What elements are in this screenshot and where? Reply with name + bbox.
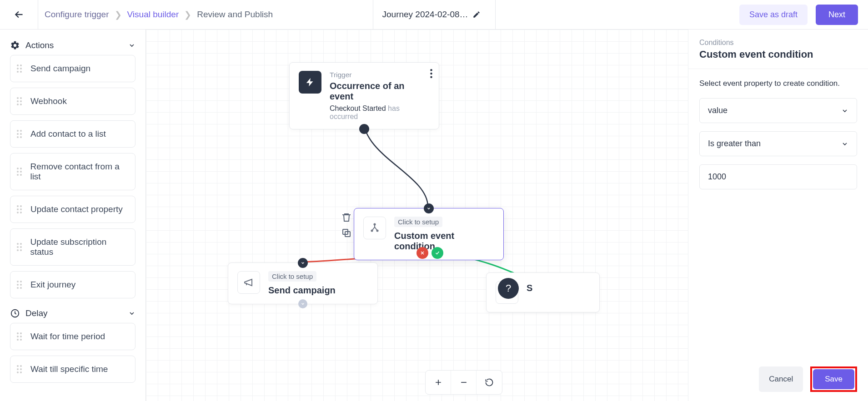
header-actions: Save as draft Next — [729, 5, 868, 25]
action-update-subscription-status[interactable]: Update subscription status — [10, 228, 135, 266]
journey-title-input[interactable] — [382, 10, 469, 20]
delay-label: Wait for time period — [30, 332, 105, 342]
action-send-campaign[interactable]: Send campaign — [10, 55, 135, 82]
drag-handle-icon — [17, 243, 24, 251]
drag-handle-icon — [17, 205, 24, 213]
pencil-icon[interactable] — [472, 10, 481, 19]
action-label: Send campaign — [30, 64, 90, 74]
chevron-right-icon: ❯ — [115, 10, 122, 20]
next-button[interactable]: Next — [816, 5, 858, 25]
canvas-zoom-controls — [425, 370, 502, 395]
branch-true-port[interactable] — [431, 247, 443, 259]
node-title: Occurrence of an event — [330, 81, 430, 102]
journey-title-editor[interactable] — [373, 0, 496, 30]
lightning-icon — [299, 71, 321, 94]
action-update-contact-property[interactable]: Update contact property — [10, 196, 135, 223]
node-setup-badge: Click to setup — [268, 271, 316, 282]
action-exit-journey[interactable]: Exit journey — [10, 271, 135, 298]
panel-title: Custom event condition — [699, 49, 857, 60]
node-title: Custom event condition — [394, 231, 494, 252]
node-eyebrow: Trigger — [330, 71, 430, 79]
zoom-in-button[interactable] — [426, 371, 451, 394]
action-label: Add contact to a list — [30, 129, 106, 139]
delay-label: Wait till specific time — [30, 364, 108, 374]
drag-handle-icon — [17, 130, 24, 138]
breadcrumb-step-visual-builder[interactable]: Visual builder — [127, 10, 179, 20]
node-output-port[interactable] — [359, 124, 369, 134]
svg-point-2 — [430, 73, 432, 74]
drag-handle-icon — [17, 97, 24, 105]
breadcrumb-step-review[interactable]: Review and Publish — [197, 10, 273, 20]
section-actions-label: Actions — [25, 40, 123, 50]
zoom-out-button[interactable] — [451, 371, 477, 394]
node-custom-event-condition[interactable]: Click to setup Custom event condition — [354, 208, 504, 260]
section-delay-header[interactable]: Delay — [10, 304, 135, 323]
drag-handle-icon — [17, 365, 24, 373]
save-button-highlight: Save — [810, 366, 857, 392]
app-header: Configure trigger ❯ Visual builder ❯ Rev… — [0, 0, 868, 30]
help-fab[interactable]: ? — [498, 278, 519, 299]
reset-view-button[interactable] — [477, 371, 502, 394]
back-button[interactable] — [0, 0, 38, 30]
breadcrumb-step-configure[interactable]: Configure trigger — [45, 10, 109, 20]
gear-icon — [10, 40, 20, 50]
chevron-down-icon — [128, 42, 135, 49]
node-send-campaign[interactable]: Click to setup Send campaign — [228, 262, 378, 304]
node-input-port[interactable] — [424, 203, 434, 213]
chevron-down-icon — [128, 310, 135, 317]
property-select-value: value — [708, 106, 728, 115]
drag-handle-icon — [17, 168, 24, 176]
action-label: Update subscription status — [30, 237, 129, 257]
actions-sidebar: Actions Send campaign Webhook Add contac… — [0, 30, 146, 401]
megaphone-icon — [237, 271, 260, 294]
node-input-port[interactable] — [298, 258, 308, 268]
action-remove-from-list[interactable]: Remove contact from a list — [10, 153, 135, 190]
svg-point-1 — [430, 69, 432, 71]
action-label: Webhook — [30, 96, 67, 106]
section-actions-header[interactable]: Actions — [10, 36, 135, 55]
delay-wait-specific-time[interactable]: Wait till specific time — [10, 356, 135, 383]
journey-canvas[interactable]: Trigger Occurrence of an event Checkout … — [146, 30, 688, 401]
branch-icon — [363, 217, 386, 239]
branch-false-port[interactable] — [416, 247, 428, 259]
question-icon: ? — [506, 282, 511, 294]
breadcrumb: Configure trigger ❯ Visual builder ❯ Rev… — [38, 10, 279, 20]
node-output-port[interactable] — [298, 299, 307, 308]
chevron-down-icon — [841, 107, 848, 114]
svg-point-3 — [430, 76, 432, 78]
operator-select-value: Is greater than — [708, 139, 761, 149]
action-label: Update contact property — [30, 204, 123, 214]
duplicate-node-button[interactable] — [341, 228, 352, 238]
node-setup-badge: Click to setup — [394, 217, 442, 227]
comparison-value-field[interactable] — [699, 164, 857, 189]
node-trigger[interactable]: Trigger Occurrence of an event Checkout … — [289, 62, 439, 129]
comparison-value-input[interactable] — [708, 172, 848, 182]
node-menu-button[interactable] — [430, 69, 432, 80]
drag-handle-icon — [17, 64, 24, 73]
chevron-down-icon — [841, 140, 848, 148]
panel-instruction: Select event property to create conditio… — [699, 79, 857, 88]
cancel-button[interactable]: Cancel — [759, 366, 803, 392]
node-side-tools — [341, 212, 352, 238]
action-webhook[interactable]: Webhook — [10, 88, 135, 115]
property-select[interactable]: value — [699, 98, 857, 123]
panel-eyebrow: Conditions — [699, 39, 857, 47]
node-subtitle: Checkout Started has occurred — [330, 104, 430, 121]
node-title: S — [527, 283, 590, 293]
chevron-right-icon: ❯ — [184, 10, 191, 20]
operator-select[interactable]: Is greater than — [699, 131, 857, 156]
drag-handle-icon — [17, 332, 24, 341]
action-add-to-list[interactable]: Add contact to a list — [10, 120, 135, 148]
save-button[interactable]: Save — [813, 369, 854, 389]
condition-editor-panel: Conditions Custom event condition Select… — [688, 30, 868, 401]
delete-node-button[interactable] — [341, 212, 352, 223]
save-as-draft-button[interactable]: Save as draft — [739, 5, 808, 25]
clock-icon — [10, 308, 20, 318]
drag-handle-icon — [17, 281, 24, 289]
action-label: Exit journey — [30, 280, 75, 290]
node-title: Send campaign — [268, 285, 368, 296]
delay-wait-time-period[interactable]: Wait for time period — [10, 323, 135, 350]
section-delay-label: Delay — [25, 308, 123, 318]
action-label: Remove contact from a list — [30, 162, 129, 182]
